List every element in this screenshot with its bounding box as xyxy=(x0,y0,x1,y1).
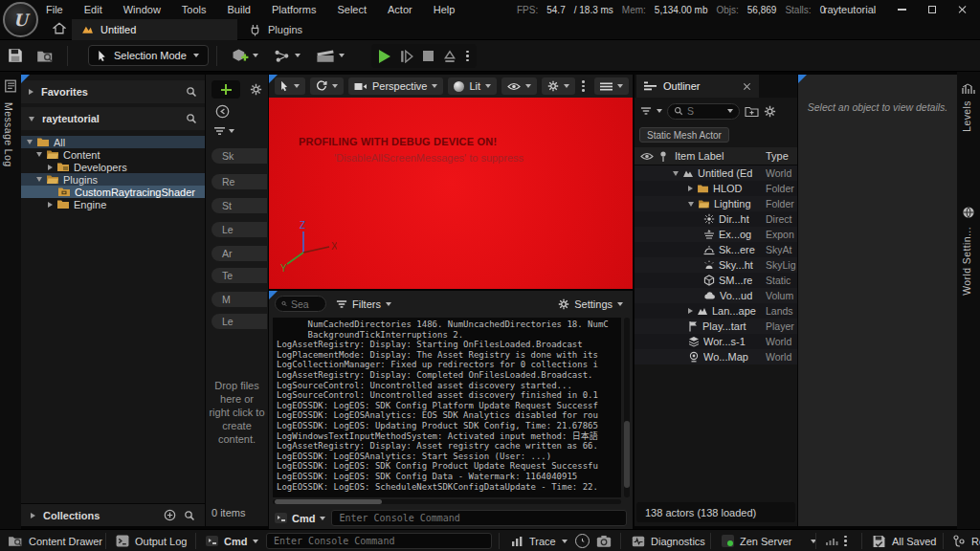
content-drawer-button[interactable]: Content Drawer xyxy=(8,530,102,551)
menu-window[interactable]: Window xyxy=(123,4,161,15)
close-icon[interactable] xyxy=(743,82,751,91)
tab-world-settings[interactable]: World Settin... xyxy=(961,227,972,296)
stop-icon[interactable] xyxy=(423,51,434,61)
expander-icon[interactable] xyxy=(36,177,42,182)
tree-item-all[interactable]: All xyxy=(21,136,205,148)
search-icon[interactable] xyxy=(186,86,197,98)
insights-button[interactable] xyxy=(575,530,590,551)
expander-icon[interactable] xyxy=(48,202,53,208)
asset-filter-chip[interactable]: St xyxy=(212,198,267,213)
outliner-row-directional-light[interactable]: Dir...htDirect xyxy=(635,211,797,227)
scrollbar-thumb[interactable] xyxy=(275,499,382,504)
log-settings-dropdown[interactable]: Settings xyxy=(558,296,623,312)
log-search-input[interactable] xyxy=(291,298,320,310)
outliner-search-input[interactable] xyxy=(687,105,724,117)
outliner-row-sky-atmosphere[interactable]: Sk...ereSkyAt xyxy=(635,242,797,257)
chevron-down-icon[interactable] xyxy=(657,109,662,113)
pin-icon[interactable] xyxy=(658,150,668,163)
favorites-header[interactable]: Favorites xyxy=(21,80,205,103)
outliner-row-hlod[interactable]: HLODFolder xyxy=(635,181,797,196)
more-options-icon[interactable] xyxy=(844,536,847,547)
log-filters-dropdown[interactable]: Filters xyxy=(336,296,391,312)
log-vertical-scrollbar[interactable] xyxy=(624,318,630,497)
column-item-label[interactable]: Item Label xyxy=(675,150,724,162)
tab-message-log[interactable]: Message Log xyxy=(3,102,14,166)
screenshot-button[interactable] xyxy=(596,530,612,551)
tab-levels[interactable]: Levels xyxy=(961,100,972,132)
log-search-box[interactable] xyxy=(275,296,326,312)
search-icon[interactable] xyxy=(184,510,195,521)
log-horizontal-scrollbar[interactable] xyxy=(273,499,621,504)
expander-icon[interactable] xyxy=(688,308,693,314)
statusbar-console-input[interactable] xyxy=(266,533,492,549)
derived-data-button[interactable] xyxy=(825,530,847,551)
back-arrow-icon[interactable] xyxy=(215,104,230,119)
blueprints-button[interactable] xyxy=(274,45,301,66)
expander-icon[interactable] xyxy=(688,202,694,207)
chevron-down-icon[interactable] xyxy=(229,129,234,133)
asset-filter-chip[interactable]: M xyxy=(212,292,267,307)
frame-skip-icon[interactable] xyxy=(400,50,413,63)
filter-icon[interactable] xyxy=(640,106,652,116)
scrollbar-thumb[interactable] xyxy=(624,421,630,488)
gear-icon[interactable] xyxy=(764,105,776,118)
browse-content-button[interactable] xyxy=(36,45,54,66)
filter-icon[interactable] xyxy=(213,126,226,136)
tree-item-custom-raytracing-shader[interactable]: CustomRaytracingShader xyxy=(21,186,205,198)
diagnostics-button[interactable]: Diagnostics xyxy=(632,530,705,551)
play-options-icon[interactable] xyxy=(466,51,469,62)
revision-control-button[interactable]: Re xyxy=(952,530,980,551)
outliner-filter-chip[interactable]: Static Mesh Actor xyxy=(639,127,729,143)
menu-select[interactable]: Select xyxy=(337,4,367,15)
eye-icon[interactable] xyxy=(640,152,654,161)
expander-icon[interactable] xyxy=(29,89,33,95)
new-folder-icon[interactable] xyxy=(745,105,759,118)
source-save-status[interactable]: All Saved xyxy=(872,530,936,551)
level-viewport[interactable]: Perspective Lit xyxy=(269,75,633,289)
zen-server-dropdown[interactable]: Zen Server xyxy=(722,530,816,551)
tab-outliner[interactable]: Outliner xyxy=(636,75,759,98)
cinematics-button[interactable] xyxy=(316,45,345,66)
asset-filter-chip[interactable]: Re xyxy=(212,174,267,189)
column-type[interactable]: Type xyxy=(766,150,789,162)
minimize-button[interactable] xyxy=(888,0,915,19)
tab-plugins[interactable]: Plugins xyxy=(239,19,312,40)
menu-actor[interactable]: Actor xyxy=(388,4,412,15)
tree-item-developers[interactable]: Developers xyxy=(21,161,205,173)
outliner-row-lighting[interactable]: LightingFolder xyxy=(635,196,797,211)
outliner-search-box[interactable] xyxy=(667,103,740,120)
transform-gizmo-button[interactable] xyxy=(310,77,344,95)
tree-item-content[interactable]: Content xyxy=(21,148,205,161)
tab-untitled-level[interactable]: Untitled xyxy=(72,19,237,40)
expander-icon[interactable] xyxy=(36,152,42,157)
tree-item-plugins[interactable]: Plugins xyxy=(21,173,205,186)
outliner-row-world[interactable]: Untitled (EdWorld xyxy=(635,165,797,181)
asset-filter-chip[interactable]: Sk xyxy=(212,148,267,164)
cmd-dropdown[interactable]: Cmd xyxy=(275,513,325,524)
close-button[interactable] xyxy=(949,0,976,19)
outliner-row-static-mesh[interactable]: SM...reStatic xyxy=(635,273,797,288)
viewport-settings-dropdown[interactable] xyxy=(542,77,575,95)
log-text-area[interactable]: NumCachedDirectories 1486. NumUncachedDi… xyxy=(273,318,621,497)
expander-icon[interactable] xyxy=(673,171,679,176)
collections-header[interactable]: Collections xyxy=(21,503,205,526)
menu-help[interactable]: Help xyxy=(434,4,456,15)
asset-filter-chip[interactable]: Le xyxy=(212,222,267,237)
outliner-row-volumetric-cloud[interactable]: Vo...udVolum xyxy=(635,288,797,303)
home-icon[interactable] xyxy=(53,22,66,34)
viewport-mode-button[interactable] xyxy=(275,77,305,95)
expander-icon[interactable] xyxy=(688,186,693,191)
viewport-render-area[interactable]: PROFILING WITH DEBUG DEVICE ON! 'Disable… xyxy=(269,98,633,289)
outliner-row-player-start[interactable]: Play...tartPlayer xyxy=(635,319,797,334)
source-root-header[interactable]: rayteutorial xyxy=(21,107,205,130)
outliner-row-world-minimap[interactable]: Wo...MapWorld xyxy=(635,349,797,364)
view-mode-dropdown[interactable]: Lit xyxy=(448,77,497,95)
save-button[interactable] xyxy=(8,45,23,66)
output-log-button[interactable]: Output Log xyxy=(116,530,187,551)
expander-icon[interactable] xyxy=(48,165,53,170)
add-actor-button[interactable] xyxy=(230,45,258,66)
menu-edit[interactable]: Edit xyxy=(84,4,102,15)
menu-tools[interactable]: Tools xyxy=(182,4,207,15)
outliner-row-landscape[interactable]: Lan...apeLands xyxy=(635,303,797,319)
trace-dropdown[interactable]: Trace xyxy=(511,530,568,551)
